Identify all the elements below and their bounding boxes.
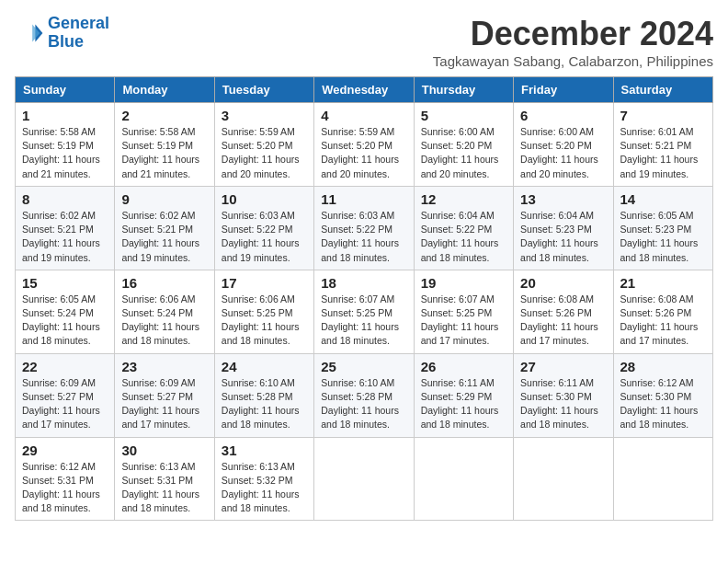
day-info: Sunrise: 6:11 AM Sunset: 5:29 PM Dayligh… <box>421 376 506 432</box>
logo-icon <box>15 18 44 48</box>
week-row-1: 1Sunrise: 5:58 AM Sunset: 5:19 PM Daylig… <box>16 103 713 187</box>
day-info: Sunrise: 6:07 AM Sunset: 5:25 PM Dayligh… <box>421 293 506 349</box>
day-cell: 26Sunrise: 6:11 AM Sunset: 5:29 PM Dayli… <box>414 353 513 437</box>
logo-text: General Blue <box>48 15 109 52</box>
day-cell: 18Sunrise: 6:07 AM Sunset: 5:25 PM Dayli… <box>314 270 414 353</box>
day-number: 3 <box>222 108 307 123</box>
logo-blue: Blue <box>48 32 84 51</box>
day-number: 30 <box>121 442 207 458</box>
day-number: 18 <box>321 275 406 291</box>
day-info: Sunrise: 6:11 AM Sunset: 5:30 PM Dayligh… <box>520 376 606 432</box>
day-cell: 17Sunrise: 6:06 AM Sunset: 5:25 PM Dayli… <box>214 270 313 353</box>
day-cell <box>414 437 513 521</box>
day-cell: 7Sunrise: 6:01 AM Sunset: 5:21 PM Daylig… <box>613 103 712 187</box>
day-number: 5 <box>421 108 506 123</box>
calendar-table: SundayMondayTuesdayWednesdayThursdayFrid… <box>15 76 713 521</box>
day-cell: 4Sunrise: 5:59 AM Sunset: 5:20 PM Daylig… <box>314 103 414 187</box>
day-number: 15 <box>22 275 108 291</box>
day-info: Sunrise: 6:00 AM Sunset: 5:20 PM Dayligh… <box>421 125 506 181</box>
day-info: Sunrise: 6:07 AM Sunset: 5:25 PM Dayligh… <box>321 293 406 349</box>
day-cell: 24Sunrise: 6:10 AM Sunset: 5:28 PM Dayli… <box>214 353 313 437</box>
day-number: 7 <box>620 108 706 123</box>
day-cell: 31Sunrise: 6:13 AM Sunset: 5:32 PM Dayli… <box>214 437 313 521</box>
day-number: 23 <box>121 359 207 374</box>
week-row-5: 29Sunrise: 6:12 AM Sunset: 5:31 PM Dayli… <box>16 437 713 521</box>
day-number: 21 <box>620 275 706 291</box>
day-number: 6 <box>520 108 606 123</box>
day-info: Sunrise: 6:06 AM Sunset: 5:25 PM Dayligh… <box>222 293 307 349</box>
day-info: Sunrise: 6:04 AM Sunset: 5:22 PM Dayligh… <box>421 209 506 265</box>
week-row-4: 22Sunrise: 6:09 AM Sunset: 5:27 PM Dayli… <box>16 353 713 437</box>
day-number: 20 <box>520 275 606 291</box>
day-cell: 11Sunrise: 6:03 AM Sunset: 5:22 PM Dayli… <box>314 186 414 270</box>
day-info: Sunrise: 5:59 AM Sunset: 5:20 PM Dayligh… <box>321 125 406 181</box>
day-info: Sunrise: 6:02 AM Sunset: 5:21 PM Dayligh… <box>121 209 207 265</box>
header-tuesday: Tuesday <box>214 77 313 103</box>
day-number: 8 <box>22 191 108 207</box>
day-number: 13 <box>520 191 606 207</box>
day-number: 27 <box>520 359 606 374</box>
week-row-2: 8Sunrise: 6:02 AM Sunset: 5:21 PM Daylig… <box>16 186 713 270</box>
calendar-header-row: SundayMondayTuesdayWednesdayThursdayFrid… <box>16 77 713 103</box>
day-number: 19 <box>421 275 506 291</box>
day-cell: 5Sunrise: 6:00 AM Sunset: 5:20 PM Daylig… <box>414 103 513 187</box>
page-header: General Blue December 2024 Tagkawayan Sa… <box>15 15 713 69</box>
day-info: Sunrise: 5:58 AM Sunset: 5:19 PM Dayligh… <box>121 125 207 181</box>
day-info: Sunrise: 6:13 AM Sunset: 5:32 PM Dayligh… <box>222 460 307 516</box>
logo: General Blue <box>15 15 109 52</box>
day-number: 10 <box>222 191 307 207</box>
header-friday: Friday <box>514 77 613 103</box>
day-cell: 8Sunrise: 6:02 AM Sunset: 5:21 PM Daylig… <box>16 186 115 270</box>
day-number: 16 <box>121 275 207 291</box>
day-number: 28 <box>620 359 706 374</box>
day-number: 14 <box>620 191 706 207</box>
day-info: Sunrise: 6:04 AM Sunset: 5:23 PM Dayligh… <box>520 209 606 265</box>
day-cell <box>514 437 613 521</box>
day-number: 2 <box>121 108 207 123</box>
day-cell: 10Sunrise: 6:03 AM Sunset: 5:22 PM Dayli… <box>214 186 313 270</box>
day-cell: 9Sunrise: 6:02 AM Sunset: 5:21 PM Daylig… <box>115 186 214 270</box>
day-cell: 14Sunrise: 6:05 AM Sunset: 5:23 PM Dayli… <box>613 186 712 270</box>
day-info: Sunrise: 6:12 AM Sunset: 5:31 PM Dayligh… <box>22 460 108 516</box>
day-cell: 27Sunrise: 6:11 AM Sunset: 5:30 PM Dayli… <box>514 353 613 437</box>
week-row-3: 15Sunrise: 6:05 AM Sunset: 5:24 PM Dayli… <box>16 270 713 353</box>
day-number: 11 <box>321 191 406 207</box>
day-info: Sunrise: 6:06 AM Sunset: 5:24 PM Dayligh… <box>121 293 207 349</box>
day-info: Sunrise: 6:01 AM Sunset: 5:21 PM Dayligh… <box>620 125 706 181</box>
day-cell: 19Sunrise: 6:07 AM Sunset: 5:25 PM Dayli… <box>414 270 513 353</box>
day-info: Sunrise: 6:09 AM Sunset: 5:27 PM Dayligh… <box>22 376 108 432</box>
location-title: Tagkawayan Sabang, Calabarzon, Philippin… <box>433 53 713 69</box>
day-cell: 16Sunrise: 6:06 AM Sunset: 5:24 PM Dayli… <box>115 270 214 353</box>
day-info: Sunrise: 5:59 AM Sunset: 5:20 PM Dayligh… <box>222 125 307 181</box>
day-cell: 28Sunrise: 6:12 AM Sunset: 5:30 PM Dayli… <box>613 353 712 437</box>
day-info: Sunrise: 6:00 AM Sunset: 5:20 PM Dayligh… <box>520 125 606 181</box>
day-info: Sunrise: 6:03 AM Sunset: 5:22 PM Dayligh… <box>222 209 307 265</box>
day-cell: 12Sunrise: 6:04 AM Sunset: 5:22 PM Dayli… <box>414 186 513 270</box>
day-info: Sunrise: 6:12 AM Sunset: 5:30 PM Dayligh… <box>620 376 706 432</box>
day-number: 26 <box>421 359 506 374</box>
day-number: 12 <box>421 191 506 207</box>
header-saturday: Saturday <box>613 77 712 103</box>
title-area: December 2024 Tagkawayan Sabang, Calabar… <box>433 15 713 69</box>
day-cell: 3Sunrise: 5:59 AM Sunset: 5:20 PM Daylig… <box>214 103 313 187</box>
day-cell: 30Sunrise: 6:13 AM Sunset: 5:31 PM Dayli… <box>115 437 214 521</box>
day-number: 24 <box>222 359 307 374</box>
day-info: Sunrise: 6:03 AM Sunset: 5:22 PM Dayligh… <box>321 209 406 265</box>
logo-general: General <box>48 14 109 32</box>
day-info: Sunrise: 6:08 AM Sunset: 5:26 PM Dayligh… <box>520 293 606 349</box>
day-cell: 22Sunrise: 6:09 AM Sunset: 5:27 PM Dayli… <box>16 353 115 437</box>
day-number: 25 <box>321 359 406 374</box>
day-number: 1 <box>22 108 108 123</box>
day-cell <box>613 437 712 521</box>
day-cell: 23Sunrise: 6:09 AM Sunset: 5:27 PM Dayli… <box>115 353 214 437</box>
day-info: Sunrise: 6:10 AM Sunset: 5:28 PM Dayligh… <box>222 376 307 432</box>
day-info: Sunrise: 6:10 AM Sunset: 5:28 PM Dayligh… <box>321 376 406 432</box>
day-info: Sunrise: 6:08 AM Sunset: 5:26 PM Dayligh… <box>620 293 706 349</box>
day-cell: 25Sunrise: 6:10 AM Sunset: 5:28 PM Dayli… <box>314 353 414 437</box>
day-cell: 21Sunrise: 6:08 AM Sunset: 5:26 PM Dayli… <box>613 270 712 353</box>
day-cell: 13Sunrise: 6:04 AM Sunset: 5:23 PM Dayli… <box>514 186 613 270</box>
month-title: December 2024 <box>433 15 713 53</box>
day-info: Sunrise: 6:05 AM Sunset: 5:23 PM Dayligh… <box>620 209 706 265</box>
day-cell: 6Sunrise: 6:00 AM Sunset: 5:20 PM Daylig… <box>514 103 613 187</box>
day-info: Sunrise: 5:58 AM Sunset: 5:19 PM Dayligh… <box>22 125 108 181</box>
